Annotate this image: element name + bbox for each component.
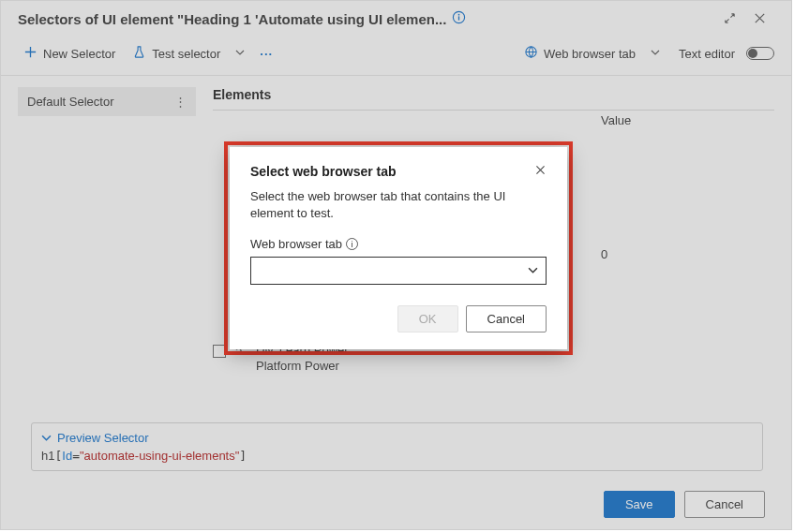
browser-tab-dropdown[interactable] <box>250 257 547 285</box>
ok-button: OK <box>397 305 458 332</box>
modal-description: Select the web browser tab that contains… <box>250 188 547 222</box>
modal-cancel-button[interactable]: Cancel <box>466 305 547 332</box>
select-browser-tab-modal: Select web browser tab Select the web br… <box>224 141 573 355</box>
info-icon[interactable]: i <box>346 238 358 250</box>
close-icon[interactable] <box>534 164 547 179</box>
field-label: Web browser tab i <box>250 237 547 251</box>
modal-title: Select web browser tab <box>250 164 397 179</box>
chevron-down-icon <box>528 265 538 277</box>
selector-editor-window: Selectors of UI element "Heading 1 'Auto… <box>0 0 792 530</box>
